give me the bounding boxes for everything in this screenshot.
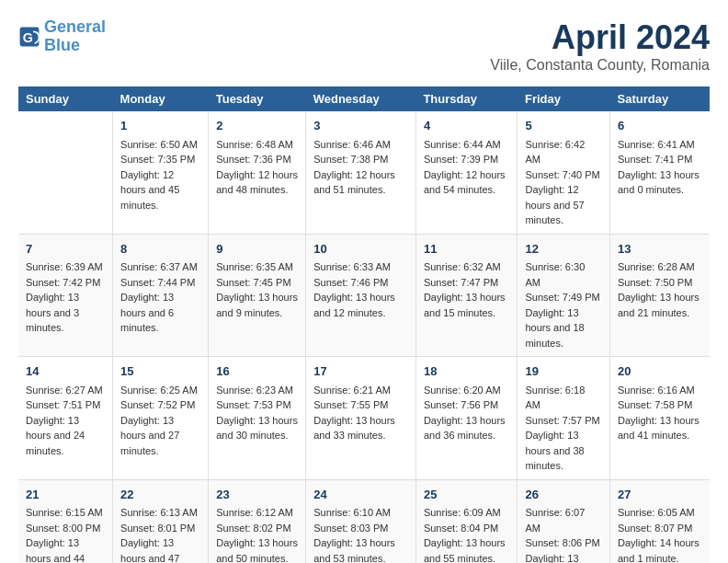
svg-text:G: G [23,29,33,44]
sunset-text: Sunset: 7:57 PM [525,415,599,426]
calendar-cell: 17Sunrise: 6:21 AMSunset: 7:55 PMDayligh… [306,357,416,480]
sunset-text: Sunset: 7:47 PM [424,277,498,288]
calendar-week-row-2: 14Sunrise: 6:27 AMSunset: 7:51 PMDayligh… [18,357,710,480]
sunset-text: Sunset: 7:45 PM [216,277,290,288]
day-number: 8 [120,240,200,259]
day-number: 22 [120,486,200,504]
sunset-text: Sunset: 7:58 PM [618,399,692,410]
sunrise-text: Sunrise: 6:39 AM [26,261,103,272]
sunset-text: Sunset: 7:51 PM [26,399,100,410]
logo-text: General Blue [44,18,106,55]
sunrise-text: Sunrise: 6:48 AM [216,139,293,150]
calendar-cell: 2Sunrise: 6:48 AMSunset: 7:36 PMDaylight… [209,111,306,234]
sunset-text: Sunset: 8:07 PM [618,523,692,534]
sunset-text: Sunset: 7:40 PM [525,169,599,180]
day-number: 25 [424,486,510,504]
sunset-text: Sunset: 8:04 PM [424,523,498,534]
daylight-text: Daylight: 13 hours and 24 minutes. [26,415,85,456]
daylight-text: Daylight: 13 hours and 38 minutes. [525,430,584,471]
calendar-cell: 23Sunrise: 6:12 AMSunset: 8:02 PMDayligh… [209,479,306,563]
day-number: 12 [525,240,602,259]
calendar-cell: 11Sunrise: 6:32 AMSunset: 7:47 PMDayligh… [415,234,518,357]
daylight-text: Daylight: 13 hours and 58 minutes. [525,553,584,564]
sunrise-text: Sunrise: 6:09 AM [424,507,501,518]
calendar-header-friday: Friday [518,86,610,111]
day-number: 15 [120,362,200,381]
calendar-header-sunday: Sunday [18,86,113,111]
sunrise-text: Sunrise: 6:23 AM [216,385,293,396]
calendar-cell: 22Sunrise: 6:13 AMSunset: 8:01 PMDayligh… [113,479,209,563]
calendar-cell: 13Sunrise: 6:28 AMSunset: 7:50 PMDayligh… [610,234,711,357]
day-number: 4 [424,117,510,135]
calendar-cell: 19Sunrise: 6:18 AMSunset: 7:57 PMDayligh… [518,357,610,480]
day-number: 24 [313,486,408,504]
sunrise-text: Sunrise: 6:46 AM [313,139,391,150]
sunrise-text: Sunrise: 6:37 AM [120,261,198,272]
calendar-cell: 21Sunrise: 6:15 AMSunset: 8:00 PMDayligh… [18,479,113,563]
calendar-header-tuesday: Tuesday [209,86,306,111]
daylight-text: Daylight: 13 hours and 3 minutes. [26,292,79,333]
daylight-text: Daylight: 12 hours and 57 minutes. [525,184,584,225]
calendar-week-row-0: 1Sunrise: 6:50 AMSunset: 7:35 PMDaylight… [18,111,710,234]
calendar-cell: 14Sunrise: 6:27 AMSunset: 7:51 PMDayligh… [18,357,113,480]
sunrise-text: Sunrise: 6:16 AM [618,385,695,396]
daylight-text: Daylight: 12 hours and 54 minutes. [424,169,506,196]
sunset-text: Sunset: 8:00 PM [26,523,100,534]
sunset-text: Sunset: 7:35 PM [120,154,195,165]
calendar-cell: 18Sunrise: 6:20 AMSunset: 7:56 PMDayligh… [415,357,518,480]
calendar-cell: 10Sunrise: 6:33 AMSunset: 7:46 PMDayligh… [306,234,416,357]
calendar-cell: 15Sunrise: 6:25 AMSunset: 7:52 PMDayligh… [113,357,209,480]
daylight-text: Daylight: 13 hours and 9 minutes. [216,292,298,318]
sunset-text: Sunset: 7:56 PM [424,399,498,410]
calendar-cell: 25Sunrise: 6:09 AMSunset: 8:04 PMDayligh… [415,479,518,563]
day-number: 5 [525,117,602,135]
day-number: 3 [313,117,408,135]
day-number: 27 [618,486,702,504]
daylight-text: Daylight: 13 hours and 6 minutes. [120,292,174,333]
sunset-text: Sunset: 7:41 PM [618,154,692,165]
calendar-cell: 4Sunrise: 6:44 AMSunset: 7:39 PMDaylight… [415,111,518,234]
sunrise-text: Sunrise: 6:50 AM [120,139,198,150]
daylight-text: Daylight: 13 hours and 55 minutes. [424,537,506,563]
sunrise-text: Sunrise: 6:30 AM [525,261,585,288]
day-number: 20 [618,362,702,381]
calendar-cell: 27Sunrise: 6:05 AMSunset: 8:07 PMDayligh… [610,479,711,563]
day-number: 23 [216,486,298,504]
sunset-text: Sunset: 7:46 PM [313,277,388,288]
calendar-header-wednesday: Wednesday [306,86,416,111]
sunset-text: Sunset: 7:49 PM [525,292,599,303]
sunset-text: Sunset: 7:50 PM [618,277,692,288]
sunrise-text: Sunrise: 6:41 AM [618,139,695,150]
day-number: 14 [26,362,105,381]
daylight-text: Daylight: 13 hours and 12 minutes. [313,292,395,318]
calendar-cell: 20Sunrise: 6:16 AMSunset: 7:58 PMDayligh… [610,357,711,480]
calendar-cell: 9Sunrise: 6:35 AMSunset: 7:45 PMDaylight… [209,234,306,357]
daylight-text: Daylight: 14 hours and 1 minute. [618,537,700,563]
calendar-cell: 3Sunrise: 6:46 AMSunset: 7:38 PMDaylight… [306,111,416,234]
sunrise-text: Sunrise: 6:05 AM [618,507,695,518]
day-number: 11 [424,240,510,259]
calendar-header-thursday: Thursday [415,86,518,111]
daylight-text: Daylight: 12 hours and 48 minutes. [216,169,298,196]
logo: G General Blue [18,18,106,55]
sunset-text: Sunset: 8:06 PM [525,537,599,548]
day-number: 6 [618,117,702,135]
sunset-text: Sunset: 7:42 PM [26,277,100,288]
calendar-cell: 26Sunrise: 6:07 AMSunset: 8:06 PMDayligh… [518,479,610,563]
sunset-text: Sunset: 7:38 PM [313,154,388,165]
sunrise-text: Sunrise: 6:07 AM [525,507,585,534]
sunrise-text: Sunrise: 6:12 AM [216,507,293,518]
daylight-text: Daylight: 13 hours and 30 minutes. [216,415,298,442]
day-number: 10 [313,240,408,259]
sunrise-text: Sunrise: 6:44 AM [424,139,501,150]
day-number: 9 [216,240,298,259]
day-number: 1 [120,117,200,135]
calendar-cell: 6Sunrise: 6:41 AMSunset: 7:41 PMDaylight… [610,111,711,234]
daylight-text: Daylight: 13 hours and 27 minutes. [120,415,179,456]
sunrise-text: Sunrise: 6:33 AM [313,261,391,272]
sunrise-text: Sunrise: 6:15 AM [26,507,103,518]
sunset-text: Sunset: 7:55 PM [313,399,388,410]
daylight-text: Daylight: 13 hours and 36 minutes. [424,415,506,442]
sunrise-text: Sunrise: 6:10 AM [313,507,391,518]
sunrise-text: Sunrise: 6:20 AM [424,385,501,396]
